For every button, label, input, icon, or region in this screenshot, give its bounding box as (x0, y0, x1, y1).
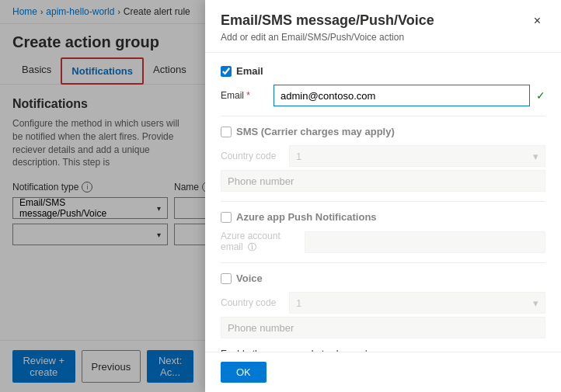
email-input-row: Email * ✓ (221, 85, 545, 106)
voice-country-dropdown[interactable]: 1 ▾ (289, 292, 545, 314)
azure-info-icon: ⓘ (248, 242, 256, 252)
azure-push-header: Azure app Push Notifications (221, 211, 545, 223)
panel-body: Email Email * ✓ SMS (Carrier charges may… (205, 53, 561, 352)
email-section-header: Email (221, 65, 545, 77)
voice-header: Voice (221, 272, 545, 284)
sms-checkbox[interactable] (221, 127, 232, 137)
sms-country-label: Country code (221, 151, 283, 161)
panel-title: Email/SMS message/Push/Voice (221, 12, 434, 29)
azure-push-label: Azure app Push Notifications (236, 211, 377, 223)
panel-header: Email/SMS message/Push/Voice Add or edit… (205, 0, 561, 53)
voice-section: Voice Country code 1 ▾ (221, 272, 545, 338)
divider-3 (221, 262, 545, 263)
email-label: Email (236, 65, 263, 77)
panel-header-text: Email/SMS message/Push/Voice Add or edit… (221, 12, 434, 43)
voice-country-value: 1 (296, 297, 301, 309)
required-star: * (246, 90, 250, 101)
sms-section: SMS (Carrier charges may apply) Country … (221, 126, 545, 192)
sms-phone-input[interactable] (221, 170, 545, 192)
azure-email-input[interactable] (305, 231, 545, 253)
divider-2 (221, 201, 545, 202)
divider-1 (221, 116, 545, 116)
azure-email-label: Azure account email ⓘ (221, 231, 298, 253)
sms-country-value: 1 (296, 151, 301, 162)
voice-country-row: Country code 1 ▾ (221, 292, 545, 314)
email-checkbox[interactable] (221, 66, 232, 77)
sms-country-row: Country code 1 ▾ (221, 145, 545, 167)
panel-close-button[interactable]: × (529, 12, 545, 29)
email-input[interactable] (274, 85, 530, 106)
azure-email-row: Azure account email ⓘ (221, 231, 545, 253)
azure-push-section: Azure app Push Notifications Azure accou… (221, 211, 545, 253)
email-sms-panel: Email/SMS message/Push/Voice Add or edit… (205, 0, 561, 392)
sms-country-chevron: ▾ (533, 151, 538, 162)
ok-button[interactable]: OK (221, 362, 267, 383)
sms-header: SMS (Carrier charges may apply) (221, 126, 545, 137)
azure-push-checkbox[interactable] (221, 212, 232, 223)
voice-phone-input[interactable] (221, 317, 545, 338)
voice-country-chevron: ▾ (533, 297, 538, 309)
voice-checkbox[interactable] (221, 273, 232, 284)
sms-label: SMS (Carrier charges may apply) (236, 126, 395, 137)
email-field-label: Email * (221, 90, 267, 101)
sms-country-dropdown[interactable]: 1 ▾ (289, 145, 545, 167)
panel-subtitle: Add or edit an Email/SMS/Push/Voice acti… (221, 32, 434, 43)
email-valid-icon: ✓ (536, 89, 545, 102)
voice-label: Voice (236, 272, 263, 284)
panel-footer: OK (205, 352, 561, 392)
voice-country-label: Country code (221, 297, 283, 308)
main-page: Home › apim-hello-world › Create alert r… (0, 0, 561, 392)
